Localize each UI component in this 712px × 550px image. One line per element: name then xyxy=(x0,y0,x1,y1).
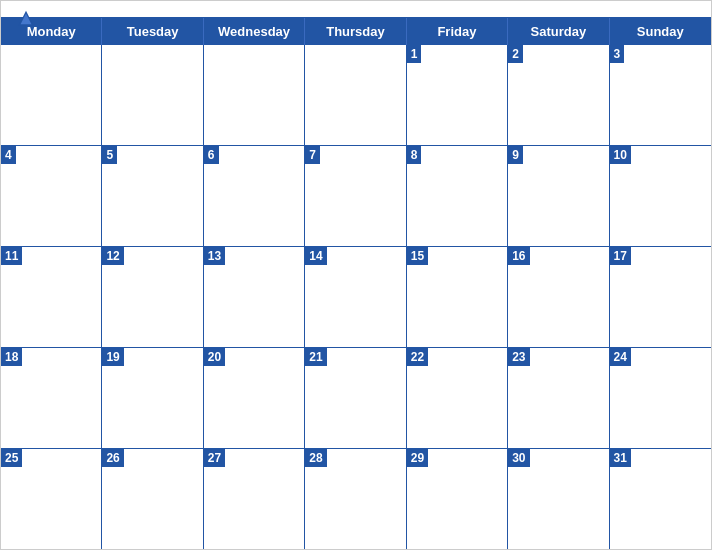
day-cell: 26 xyxy=(102,449,203,549)
day-number: 15 xyxy=(407,247,428,265)
day-number: 10 xyxy=(610,146,631,164)
day-cell: 24 xyxy=(610,348,711,448)
day-cell: 5 xyxy=(102,146,203,246)
logo xyxy=(17,9,37,27)
day-number: 19 xyxy=(102,348,123,366)
day-number: 12 xyxy=(102,247,123,265)
week-row-1: 45678910 xyxy=(1,146,711,247)
week-row-4: 25262728293031 xyxy=(1,449,711,549)
day-cell: 19 xyxy=(102,348,203,448)
day-cell: 14 xyxy=(305,247,406,347)
day-number: 26 xyxy=(102,449,123,467)
day-cell: 12 xyxy=(102,247,203,347)
day-cell: 4 xyxy=(1,146,102,246)
day-cell: 17 xyxy=(610,247,711,347)
day-cell: 3 xyxy=(610,45,711,145)
day-cell: 22 xyxy=(407,348,508,448)
logo-icon xyxy=(17,9,35,27)
day-number: 2 xyxy=(508,45,523,63)
day-number: 27 xyxy=(204,449,225,467)
day-number: 4 xyxy=(1,146,16,164)
day-number: 11 xyxy=(1,247,22,265)
day-number: 5 xyxy=(102,146,117,164)
day-cell: 20 xyxy=(204,348,305,448)
day-number: 30 xyxy=(508,449,529,467)
weeks: 1234567891011121314151617181920212223242… xyxy=(1,45,711,549)
day-cell: 7 xyxy=(305,146,406,246)
logo-blue-text xyxy=(17,9,37,27)
day-cell: 1 xyxy=(407,45,508,145)
day-number: 16 xyxy=(508,247,529,265)
calendar-header xyxy=(1,1,711,17)
week-row-0: 123 xyxy=(1,45,711,146)
week-row-2: 11121314151617 xyxy=(1,247,711,348)
day-number: 22 xyxy=(407,348,428,366)
day-cell: 29 xyxy=(407,449,508,549)
day-number: 3 xyxy=(610,45,625,63)
day-header-sunday: Sunday xyxy=(610,18,711,45)
week-row-3: 18192021222324 xyxy=(1,348,711,449)
day-header-tuesday: Tuesday xyxy=(102,18,203,45)
day-cell: 6 xyxy=(204,146,305,246)
day-cell xyxy=(305,45,406,145)
day-cell: 10 xyxy=(610,146,711,246)
day-cell: 8 xyxy=(407,146,508,246)
day-cell xyxy=(204,45,305,145)
day-cell: 23 xyxy=(508,348,609,448)
day-number: 18 xyxy=(1,348,22,366)
day-number: 8 xyxy=(407,146,422,164)
day-number: 17 xyxy=(610,247,631,265)
day-cell: 16 xyxy=(508,247,609,347)
day-number: 29 xyxy=(407,449,428,467)
day-number: 21 xyxy=(305,348,326,366)
day-cell: 31 xyxy=(610,449,711,549)
day-number: 20 xyxy=(204,348,225,366)
day-cell: 25 xyxy=(1,449,102,549)
day-header-saturday: Saturday xyxy=(508,18,609,45)
day-number: 7 xyxy=(305,146,320,164)
day-header-thursday: Thursday xyxy=(305,18,406,45)
day-cell: 13 xyxy=(204,247,305,347)
day-number: 14 xyxy=(305,247,326,265)
day-headers: MondayTuesdayWednesdayThursdayFridaySatu… xyxy=(1,18,711,45)
day-cell: 9 xyxy=(508,146,609,246)
day-cell: 21 xyxy=(305,348,406,448)
day-number: 23 xyxy=(508,348,529,366)
day-cell: 30 xyxy=(508,449,609,549)
day-cell: 28 xyxy=(305,449,406,549)
day-header-wednesday: Wednesday xyxy=(204,18,305,45)
day-cell: 15 xyxy=(407,247,508,347)
day-header-friday: Friday xyxy=(407,18,508,45)
day-cell xyxy=(102,45,203,145)
calendar-grid: MondayTuesdayWednesdayThursdayFridaySatu… xyxy=(1,17,711,549)
day-cell: 11 xyxy=(1,247,102,347)
day-number: 25 xyxy=(1,449,22,467)
day-number: 6 xyxy=(204,146,219,164)
day-number: 28 xyxy=(305,449,326,467)
day-number: 1 xyxy=(407,45,422,63)
day-number: 24 xyxy=(610,348,631,366)
day-cell: 2 xyxy=(508,45,609,145)
day-number: 13 xyxy=(204,247,225,265)
day-cell: 27 xyxy=(204,449,305,549)
calendar: MondayTuesdayWednesdayThursdayFridaySatu… xyxy=(0,0,712,550)
day-cell xyxy=(1,45,102,145)
day-number: 9 xyxy=(508,146,523,164)
day-cell: 18 xyxy=(1,348,102,448)
day-number: 31 xyxy=(610,449,631,467)
